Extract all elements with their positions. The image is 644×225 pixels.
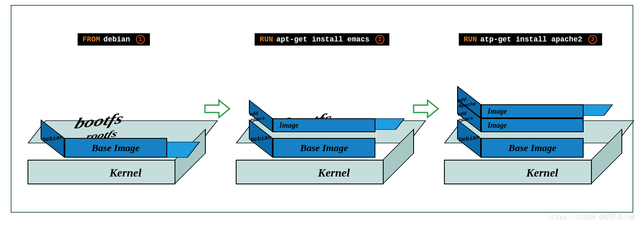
- keyword: RUN: [464, 35, 477, 44]
- platform-front: [444, 160, 592, 184]
- platform-front: [236, 160, 384, 184]
- column-2: RUN apt-get install emacs 2 bootfs Kerne…: [232, 33, 412, 184]
- step-badge: 2: [375, 35, 384, 44]
- keyword: RUN: [260, 35, 273, 44]
- layer-front: Image: [481, 118, 584, 132]
- command-label-1: FROM debian 1: [78, 33, 150, 46]
- command-text: atp-get install apache2: [480, 35, 582, 44]
- stack-1: bootfs Kernel rootfs Debian Base Image: [28, 53, 200, 184]
- step-badge: 1: [136, 35, 145, 44]
- kernel-label: Kernel: [110, 166, 142, 179]
- watermark: https://CSDN @程序员小侯: [548, 213, 636, 222]
- columns: FROM debian 1 bootfs Kernel rootfs Debia…: [12, 6, 632, 212]
- column-3: RUN atp-get install apache2 3 bootfs Ker…: [441, 33, 620, 184]
- platform-front: [28, 160, 175, 184]
- layer-front: Base Image: [64, 138, 167, 158]
- kernel-label: Kernel: [526, 166, 558, 179]
- stack-3: bootfs Kernel Debian Base Image add emac…: [444, 53, 616, 184]
- kernel-label: Kernel: [318, 166, 350, 179]
- layer-front: Image: [481, 104, 584, 118]
- arrow-icon: [203, 99, 232, 119]
- layer-front: Base Image: [273, 138, 375, 158]
- command-label-2: RUN apt-get install emacs 2: [255, 33, 389, 46]
- command-text: apt-get install emacs: [276, 35, 370, 44]
- arrow-icon: [412, 99, 441, 119]
- layer-front: Base Image: [481, 138, 584, 158]
- stack-2: bootfs Kernel Debian Base Image add emac…: [236, 53, 408, 184]
- command-text: debian: [104, 35, 130, 44]
- column-1: FROM debian 1 bootfs Kernel rootfs Debia…: [24, 33, 203, 184]
- layer-front: Image: [273, 118, 375, 132]
- diagram-frame: FROM debian 1 bootfs Kernel rootfs Debia…: [11, 5, 633, 213]
- keyword: FROM: [83, 35, 100, 44]
- step-badge: 3: [588, 35, 597, 44]
- command-label-3: RUN atp-get install apache2 3: [459, 33, 602, 46]
